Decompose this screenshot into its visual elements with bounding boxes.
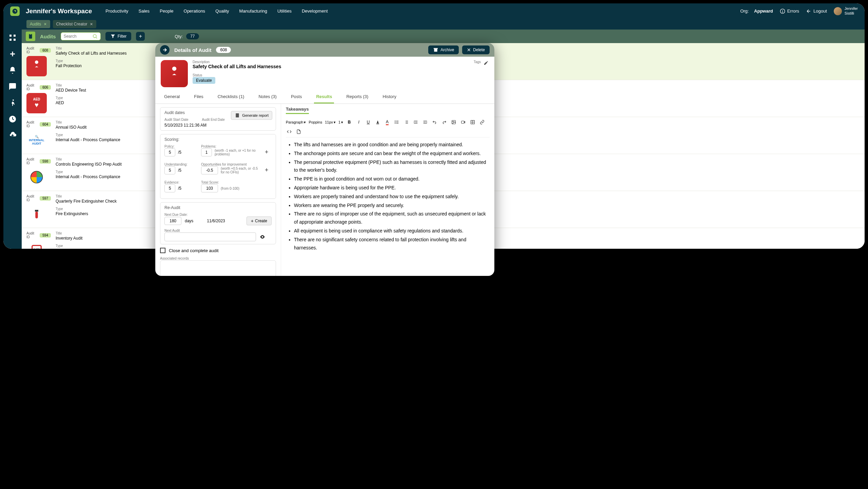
svg-point-3 [782, 12, 783, 12]
org-selector[interactable]: Org: Appward [740, 8, 773, 14]
qty-display: Qty:77 [175, 33, 199, 39]
eye-icon[interactable] [259, 234, 265, 240]
ofi-input[interactable] [201, 166, 218, 174]
add-icon[interactable] [8, 50, 17, 58]
app-logo[interactable] [10, 6, 20, 16]
user-menu[interactable]: JenniferSistilli [834, 6, 858, 15]
dtab-posts[interactable]: Posts [289, 91, 304, 104]
svg-rect-32 [415, 122, 417, 122]
ul-button[interactable] [393, 119, 400, 126]
svg-rect-31 [414, 121, 418, 121]
dtab-reports-[interactable]: Reports (3) [344, 91, 370, 104]
table-button[interactable] [469, 119, 476, 126]
add-ofi-button[interactable]: + [265, 167, 272, 174]
clock-icon[interactable] [8, 115, 17, 123]
avatar [834, 7, 842, 15]
logout-button[interactable]: Logout [806, 8, 827, 14]
errors-button[interactable]: Errors [780, 8, 799, 14]
dtab-checklists-[interactable]: Checklists (1) [216, 91, 246, 104]
upload-icon[interactable] [8, 131, 17, 139]
total-input[interactable] [201, 184, 218, 192]
nav-utilities[interactable]: Utilities [277, 8, 292, 14]
close-audit-checkbox[interactable] [160, 248, 165, 253]
days-input[interactable] [164, 217, 181, 225]
dtab-history[interactable]: History [380, 91, 398, 104]
svg-rect-7 [14, 39, 16, 41]
policy-input[interactable] [164, 148, 175, 156]
indent-button[interactable] [412, 119, 419, 126]
problems-input[interactable] [201, 148, 212, 156]
svg-rect-4 [9, 35, 12, 37]
editor-content[interactable]: The lifts and harnesses are in good cond… [286, 141, 490, 252]
bold-button[interactable]: B [346, 119, 353, 126]
run-icon[interactable] [8, 99, 17, 107]
redo-button[interactable] [441, 119, 448, 126]
link-button[interactable] [479, 119, 486, 126]
tab-audits[interactable]: Audits× [26, 20, 50, 28]
tab-checklist-creator[interactable]: Checklist Creator× [53, 20, 96, 28]
archive-button[interactable]: Archive [428, 45, 459, 54]
lineheight-select[interactable]: 1▾ [338, 120, 343, 125]
code-button[interactable] [286, 128, 293, 135]
evidence-input[interactable] [164, 184, 175, 192]
understanding-input[interactable] [164, 166, 175, 174]
underline-button[interactable]: U [365, 119, 372, 126]
nav-productivity[interactable]: Productivity [105, 8, 128, 14]
next-audit-input[interactable] [164, 232, 256, 241]
close-icon[interactable]: × [90, 21, 93, 27]
tags-label: Tags [474, 60, 481, 64]
takeaway-item: There are no signs of improper use of th… [294, 210, 490, 226]
nav-operations[interactable]: Operations [184, 8, 205, 14]
status-badge[interactable]: Evaluate [193, 77, 215, 84]
file-button[interactable] [295, 128, 302, 135]
undo-button[interactable] [431, 119, 438, 126]
paragraph-select[interactable]: Paragraph▾ [286, 120, 306, 125]
nav-manufacturing[interactable]: Manufacturing [239, 8, 267, 14]
size-select[interactable]: 11px▾ [325, 120, 336, 125]
svg-point-22 [395, 120, 395, 121]
italic-button[interactable]: I [355, 119, 362, 126]
apps-icon[interactable] [8, 34, 17, 42]
takeaways-tab[interactable]: Takeaways [286, 107, 309, 114]
nav-development[interactable]: Development [302, 8, 328, 14]
chat-icon[interactable] [8, 82, 17, 91]
create-button[interactable]: +Create [246, 217, 272, 225]
image-button[interactable] [450, 119, 457, 126]
close-icon[interactable]: × [44, 21, 46, 27]
video-button[interactable] [460, 119, 467, 126]
nav-people[interactable]: People [160, 8, 173, 14]
svg-rect-29 [406, 122, 408, 122]
search-input[interactable] [61, 32, 101, 40]
svg-rect-36 [423, 123, 427, 124]
back-button[interactable] [160, 45, 170, 55]
highlight-button[interactable]: A [384, 119, 391, 126]
dtab-results[interactable]: Results [314, 91, 334, 104]
associated-records [160, 260, 276, 276]
takeaway-item: There are no significant safety concerns… [294, 236, 490, 252]
arrow-left-icon [806, 8, 811, 14]
edit-icon[interactable] [484, 60, 489, 65]
filter-button[interactable]: Filter [105, 32, 132, 41]
takeaway-item: The lifts and harnesses are in good cond… [294, 141, 490, 149]
outdent-button[interactable] [422, 119, 429, 126]
generate-report-button[interactable]: Generate report [231, 111, 272, 120]
workspace-title: Jennifer's Workspace [26, 7, 92, 15]
svg-point-24 [395, 122, 395, 123]
add-button[interactable]: + [136, 32, 145, 41]
bell-icon[interactable] [8, 66, 17, 74]
font-select[interactable]: Poppins [309, 120, 322, 124]
nav-sales[interactable]: Sales [139, 8, 150, 14]
takeaway-item: Workers are properly trained and underst… [294, 193, 490, 201]
dtab-files[interactable]: Files [192, 91, 205, 104]
svg-rect-10 [29, 34, 32, 39]
delete-button[interactable]: ✕Delete [462, 45, 490, 54]
detail-title: Details of Audit [174, 47, 211, 53]
archive-icon [433, 47, 438, 53]
textcolor-button[interactable] [374, 119, 381, 126]
dtab-notes-[interactable]: Notes (3) [256, 91, 278, 104]
add-problem-button[interactable]: + [265, 149, 272, 156]
filter-icon [110, 34, 116, 39]
ol-button[interactable] [403, 119, 410, 126]
nav-quality[interactable]: Quality [215, 8, 229, 14]
dtab-general[interactable]: General [162, 91, 182, 104]
